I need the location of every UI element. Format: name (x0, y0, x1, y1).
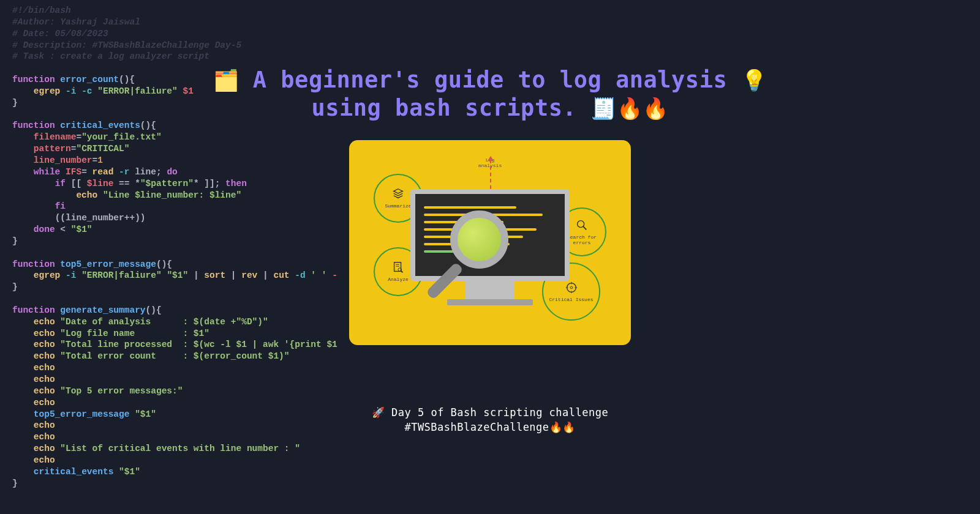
magnifier-graphic (450, 210, 508, 269)
fire-icon: 🔥🔥 (617, 96, 669, 121)
bulb-icon: 💡 (741, 68, 767, 92)
hero-graphic: Log analysis Summarize Analyze Search fo… (349, 140, 631, 345)
svg-point-8 (570, 286, 573, 289)
gear-label: Summarize (385, 203, 411, 209)
magnifier-icon (575, 218, 589, 232)
svg-rect-0 (394, 263, 401, 272)
document-search-icon (391, 261, 405, 274)
gear-label: Analyze (388, 277, 409, 282)
main-title: 🗂️ A beginner's guide to log analysis 💡 … (213, 66, 767, 123)
content-overlay: 🗂️ A beginner's guide to log analysis 💡 … (0, 0, 980, 514)
fire-icon: 🔥🔥 (549, 421, 576, 433)
monitor-stand (466, 281, 514, 299)
rocket-icon: 🚀 (372, 406, 385, 419)
layers-icon (391, 187, 405, 201)
svg-line-4 (401, 271, 403, 273)
subtitle: 🚀 Day 5 of Bash scripting challenge #TWS… (372, 405, 609, 435)
folder-icon: 🗂️ (213, 68, 239, 92)
receipt-icon: 🧾 (590, 96, 617, 121)
svg-line-6 (583, 226, 587, 229)
